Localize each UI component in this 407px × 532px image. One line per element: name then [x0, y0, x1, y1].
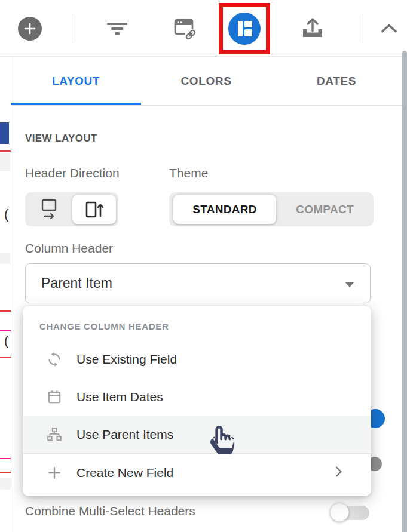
background-artifact: [0, 458, 11, 459]
combine-multi-select-label: Combine Multi-Select Headers: [25, 504, 195, 518]
column-header-select[interactable]: Parent Item: [25, 263, 371, 303]
filter-icon[interactable]: [106, 22, 128, 35]
background-artifact: [0, 330, 11, 331]
theme-option-compact[interactable]: COMPACT: [276, 192, 374, 226]
toolbar: [0, 0, 407, 57]
horizontal-direction-icon: [40, 198, 58, 221]
calendar-icon: [47, 389, 62, 405]
menu-item-use-item-dates[interactable]: Use Item Dates: [23, 378, 371, 416]
column-header-label: Column Header: [25, 241, 113, 256]
menu-item-label: Create New Field: [76, 466, 173, 480]
background-artifact: [0, 357, 11, 358]
tab-label: LAYOUT: [52, 75, 100, 88]
header-direction-toggle: [25, 192, 118, 226]
plus-icon: [47, 465, 62, 481]
combine-multi-select-toggle[interactable]: [334, 506, 369, 520]
upload-icon[interactable]: [301, 16, 324, 40]
vertical-scrollbar[interactable]: [402, 51, 407, 532]
theme-toggle: STANDARD COMPACT: [169, 192, 374, 226]
tab-layout[interactable]: LAYOUT: [11, 57, 141, 105]
header-direction-vertical-button[interactable]: [72, 195, 116, 224]
card-link-icon[interactable]: [173, 17, 198, 40]
sync-icon: [47, 352, 62, 367]
plus-icon: [23, 22, 36, 35]
background-artifact: [0, 153, 11, 171]
tabs-bottom-border: [11, 105, 402, 106]
background-artifact: [0, 310, 11, 312]
tab-label: COLORS: [181, 75, 232, 88]
toggle-knob: [330, 503, 349, 522]
layout-settings-panel: ( (: [0, 0, 407, 532]
theme-label: Theme: [169, 166, 208, 180]
menu-title: CHANGE COLUMN HEADER: [23, 306, 371, 340]
parent-items-icon: [47, 427, 62, 442]
toolbar-divider: [76, 15, 76, 42]
background-artifact: [0, 253, 11, 264]
menu-item-label: Use Existing Field: [76, 352, 177, 367]
theme-option-standard[interactable]: STANDARD: [173, 195, 276, 224]
header-direction-label: Header Direction: [25, 166, 120, 180]
vertical-direction-icon: [84, 199, 105, 220]
chevron-up-icon[interactable]: [381, 23, 397, 33]
caret-down-icon: [345, 282, 354, 287]
tab-dates[interactable]: DATES: [271, 57, 402, 105]
background-glyph: (: [4, 207, 8, 222]
red-highlight-box: [219, 3, 270, 54]
chevron-right-icon: [332, 465, 345, 478]
theme-standard-label: STANDARD: [192, 203, 257, 216]
menu-item-use-existing-field[interactable]: Use Existing Field: [23, 340, 371, 378]
background-artifact: [0, 478, 11, 490]
toolbar-divider: [359, 15, 359, 42]
background-artifact: [0, 122, 9, 144]
background-artifact: [0, 472, 11, 473]
menu-item-label: Use Parent Items: [76, 428, 173, 442]
column-header-value: Parent Item: [41, 275, 112, 291]
menu-item-label: Use Item Dates: [76, 390, 163, 404]
active-tab-underline: [11, 103, 141, 105]
tab-colors[interactable]: COLORS: [141, 57, 271, 105]
menu-item-use-parent-items[interactable]: Use Parent Items: [23, 416, 371, 454]
change-column-header-menu: CHANGE COLUMN HEADER Use Existing Field: [23, 306, 371, 496]
background-glyph: (: [4, 333, 8, 349]
theme-compact-label: COMPACT: [296, 203, 354, 216]
add-button[interactable]: [18, 17, 42, 41]
background-artifact: [0, 150, 11, 152]
section-title: VIEW LAYOUT: [25, 133, 97, 144]
header-direction-horizontal-button[interactable]: [25, 192, 72, 226]
menu-item-create-new-field[interactable]: Create New Field: [23, 454, 371, 491]
background-strip: ( (: [0, 0, 11, 532]
tab-bar: LAYOUT COLORS DATES: [11, 57, 402, 105]
panel-left-border: [11, 56, 11, 532]
tab-label: DATES: [317, 75, 356, 88]
